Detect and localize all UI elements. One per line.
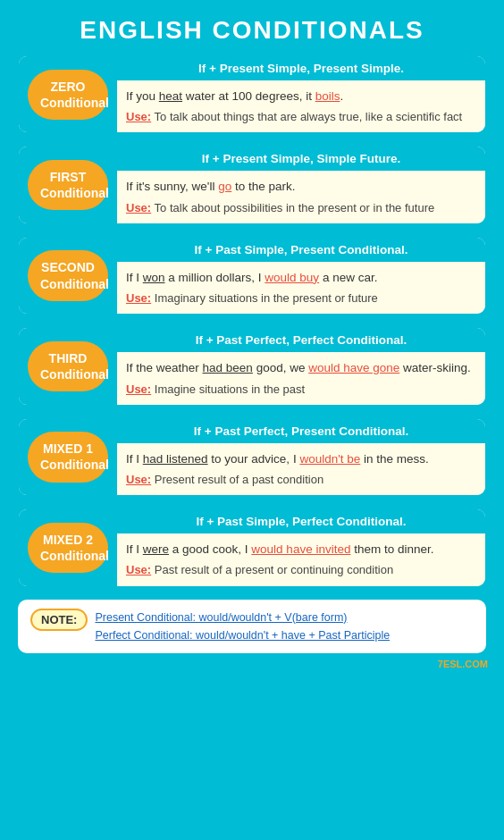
use-third: Use: Imagine situations in the past: [126, 382, 476, 398]
card-right-mixed2: If + Past Simple, Perfect Conditional. I…: [117, 509, 485, 585]
example-first: If it's sunny, we'll go to the park.: [126, 178, 476, 196]
card-body-mixed2: If I were a good cook, I would have invi…: [117, 533, 485, 585]
note-line2: Perfect Conditional: would/wouldn't + ha…: [95, 626, 390, 644]
card-right-third: If + Past Perfect, Perfect Conditional. …: [117, 328, 485, 404]
card-right-zero: If + Present Simple, Present Simple. If …: [117, 56, 485, 132]
card-header-third: If + Past Perfect, Perfect Conditional.: [117, 328, 485, 352]
card-body-second: If I won a million dollars, I would buy …: [117, 262, 485, 314]
card-left-first: FIRST Conditional: [19, 147, 117, 223]
card-header-mixed2: If + Past Simple, Perfect Conditional.: [117, 509, 485, 533]
oval-label-mixed1: MIXED 1 Conditional: [28, 432, 108, 482]
page-title: ENGLISH CONDITIONALS: [16, 16, 488, 45]
example-third: If the weather had been good, we would h…: [126, 359, 476, 377]
card-body-third: If the weather had been good, we would h…: [117, 352, 485, 404]
card-mixed1: MIXED 1 Conditional If + Past Perfect, P…: [16, 416, 488, 498]
card-header-zero: If + Present Simple, Present Simple.: [117, 56, 485, 80]
card-left-third: THIRD Conditional: [19, 328, 117, 404]
card-body-mixed1: If I had listened to your advice, I woul…: [117, 443, 485, 495]
example-zero: If you heat water at 100 degrees, it boi…: [126, 88, 476, 105]
watermark: 7ESL.COM: [16, 659, 488, 669]
card-right-second: If + Past Simple, Present Conditional. I…: [117, 238, 485, 314]
note-section: NOTE: Present Conditional: would/wouldn'…: [16, 598, 488, 655]
card-first: FIRST Conditional If + Present Simple, S…: [16, 144, 488, 225]
card-left-mixed1: MIXED 1 Conditional: [19, 419, 117, 495]
card-left-zero: ZERO Conditional: [19, 56, 117, 132]
example-second: If I won a million dollars, I would buy …: [126, 269, 476, 287]
oval-label-second: SECOND Conditional: [28, 250, 108, 300]
card-left-second: SECOND Conditional: [19, 238, 117, 314]
card-header-second: If + Past Simple, Present Conditional.: [117, 238, 485, 262]
use-zero: Use: To talk about things that are alway…: [126, 109, 476, 125]
card-second: SECOND Conditional If + Past Simple, Pre…: [16, 235, 488, 316]
oval-label-mixed2: MIXED 2 Conditional: [28, 523, 108, 573]
use-mixed1: Use: Present result of a past condition: [126, 472, 476, 488]
use-mixed2: Use: Past result of a present or continu…: [126, 562, 476, 578]
note-lines: Present Conditional: would/wouldn't + V(…: [95, 609, 390, 644]
card-left-mixed2: MIXED 2 Conditional: [19, 509, 117, 585]
note-line1: Present Conditional: would/wouldn't + V(…: [95, 609, 390, 626]
card-mixed2: MIXED 2 Conditional If + Past Simple, Pe…: [16, 507, 488, 588]
card-right-mixed1: If + Past Perfect, Present Conditional. …: [117, 419, 485, 495]
card-header-mixed1: If + Past Perfect, Present Conditional.: [117, 419, 485, 443]
use-first: Use: To talk about possibilities in the …: [126, 200, 476, 216]
card-right-first: If + Present Simple, Simple Future. If i…: [117, 147, 485, 223]
card-body-zero: If you heat water at 100 degrees, it boi…: [117, 80, 485, 132]
oval-label-first: FIRST Conditional: [28, 160, 108, 210]
card-body-first: If it's sunny, we'll go to the park. Use…: [117, 171, 485, 223]
oval-label-zero: ZERO Conditional: [28, 70, 108, 120]
card-header-first: If + Present Simple, Simple Future.: [117, 147, 485, 171]
main-container: ENGLISH CONDITIONALS ZERO Conditional If…: [9, 9, 495, 676]
oval-label-third: THIRD Conditional: [28, 341, 108, 391]
note-badge: NOTE:: [30, 609, 88, 631]
example-mixed1: If I had listened to your advice, I woul…: [126, 450, 476, 468]
example-mixed2: If I were a good cook, I would have invi…: [126, 541, 476, 559]
card-third: THIRD Conditional If + Past Perfect, Per…: [16, 325, 488, 407]
note-row: NOTE: Present Conditional: would/wouldn'…: [30, 609, 474, 644]
card-zero: ZERO Conditional If + Present Simple, Pr…: [16, 54, 488, 135]
use-second: Use: Imaginary situations in the present…: [126, 290, 476, 307]
